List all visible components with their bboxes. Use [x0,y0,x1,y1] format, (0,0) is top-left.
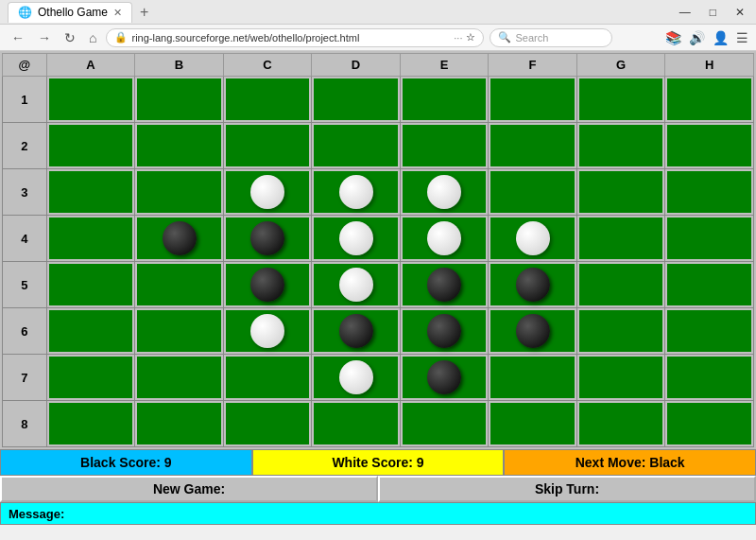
cell-8E [400,401,489,447]
board-row-6: 6 [3,308,754,355]
board-cell-7H[interactable] [667,357,751,398]
home-button[interactable]: ⌂ [85,30,100,45]
board-cell-3C[interactable] [226,171,310,213]
board-cell-8G[interactable] [579,403,663,444]
board-cell-5E[interactable] [403,264,487,305]
maximize-button[interactable]: □ [706,6,720,19]
board-cell-8E[interactable] [403,403,487,444]
cell-2B [135,123,224,169]
speaker-icon[interactable]: 🔊 [689,30,705,45]
col-header-A: A [46,54,135,77]
board-cell-2G[interactable] [579,125,663,166]
board-cell-7F[interactable] [490,357,575,398]
cell-2E [400,123,489,169]
board-cell-5G[interactable] [579,264,663,305]
board-cell-3A[interactable] [49,171,133,213]
board-cell-2D[interactable] [314,125,398,166]
board-cell-4D[interactable] [314,218,398,259]
board-cell-1D[interactable] [314,78,398,120]
browser-tab[interactable]: 🌐 Othello Game ✕ [8,2,132,23]
profile-icon[interactable]: 👤 [713,30,729,45]
forward-button[interactable]: → [34,30,55,45]
board-cell-1C[interactable] [226,78,310,120]
cell-1D [312,77,401,123]
new-tab-button[interactable]: + [140,4,148,21]
board-cell-2C[interactable] [226,125,310,166]
board-cell-8A[interactable] [49,403,133,444]
board-cell-4F[interactable] [490,218,575,259]
board-cell-1G[interactable] [579,78,663,120]
board-cell-1F[interactable] [490,78,575,120]
board-cell-7D[interactable] [314,357,398,398]
board-cell-4H[interactable] [667,218,751,259]
board-cell-5A[interactable] [49,264,133,305]
board-cell-2B[interactable] [137,125,221,166]
close-button[interactable]: ✕ [731,6,748,19]
board-cell-4C[interactable] [226,218,310,259]
board-cell-5H[interactable] [667,264,751,305]
board-row-5: 5 [3,262,754,308]
board-cell-7E[interactable] [403,357,487,398]
board-cell-8F[interactable] [490,403,575,444]
board-cell-6F[interactable] [490,310,575,352]
board-cell-4B[interactable] [137,218,221,259]
board-cell-4A[interactable] [49,218,133,259]
url-text: ring-lang.sourceforge.net/web/othello/pr… [131,32,359,44]
board-cell-5F[interactable] [490,264,575,305]
board-cell-3D[interactable] [314,171,398,213]
board-cell-5C[interactable] [226,264,310,305]
board-cell-8C[interactable] [226,403,310,444]
bookmarks-icon[interactable]: 📚 [665,30,681,45]
board-cell-1A[interactable] [49,78,133,120]
board-cell-6C[interactable] [226,310,310,352]
board-cell-7B[interactable] [137,357,221,398]
board-cell-1B[interactable] [137,78,221,120]
new-game-button[interactable]: New Game: [0,476,378,502]
col-header-G: G [576,54,665,77]
cell-3A [46,169,135,216]
reload-button[interactable]: ↻ [60,30,79,45]
board-cell-7A[interactable] [49,357,133,398]
back-button[interactable]: ← [8,30,28,45]
board-cell-6D[interactable] [314,310,398,352]
board-table: @ A B C D E F G H 12345678 [2,53,754,447]
white-piece-7D [339,360,373,394]
board-cell-8B[interactable] [137,403,221,444]
board-cell-6B[interactable] [137,310,221,352]
board-cell-5B[interactable] [137,264,221,305]
board-cell-1H[interactable] [667,78,751,120]
board-cell-2H[interactable] [667,125,751,166]
board-cell-5D[interactable] [314,264,398,305]
url-bar[interactable]: 🔒 ring-lang.sourceforge.net/web/othello/… [106,28,484,47]
cell-4B [135,216,224,262]
cell-1G [576,77,665,123]
search-bar[interactable]: 🔍 Search [490,28,612,47]
board-cell-6E[interactable] [403,310,487,352]
tab-close-button[interactable]: ✕ [113,7,122,19]
board-cell-3G[interactable] [579,171,663,213]
board-cell-4G[interactable] [579,218,663,259]
skip-turn-button[interactable]: Skip Turn: [378,476,756,502]
cell-7F [489,355,577,401]
board-cell-6G[interactable] [579,310,663,352]
board-cell-2E[interactable] [403,125,487,166]
menu-icon[interactable]: ☰ [736,30,748,45]
board-cell-3H[interactable] [667,171,751,213]
board-cell-3B[interactable] [137,171,221,213]
board-cell-3E[interactable] [403,171,487,213]
board-cell-8D[interactable] [314,403,398,444]
board-cell-7G[interactable] [579,357,663,398]
minimize-button[interactable]: — [676,6,695,19]
cell-1A [46,77,135,123]
board-cell-7C[interactable] [226,357,310,398]
col-header-H: H [665,54,754,77]
cell-5G [576,262,665,308]
board-cell-6H[interactable] [667,310,751,352]
board-cell-3F[interactable] [490,171,575,213]
board-cell-4E[interactable] [403,218,487,259]
board-cell-2F[interactable] [490,125,575,166]
board-cell-2A[interactable] [49,125,133,166]
board-cell-8H[interactable] [667,403,751,444]
board-cell-6A[interactable] [49,310,133,352]
board-cell-1E[interactable] [403,78,487,120]
